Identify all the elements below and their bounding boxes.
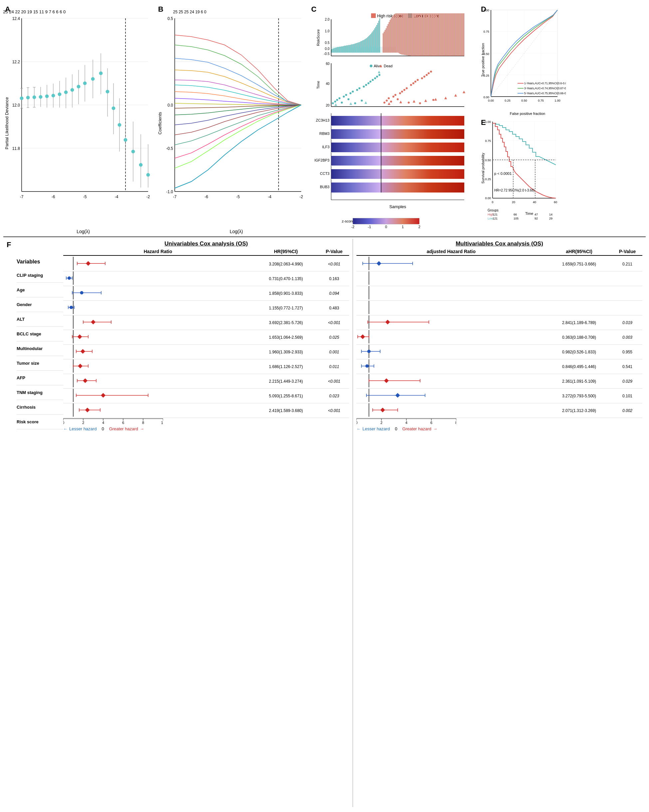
univar-title: Univariables Cox analysis (OS) <box>63 239 349 247</box>
svg-point-58 <box>91 77 94 81</box>
panel-a-top-nums: 25 25 25 25 25 25 25 25 24 22 20 19 15 1… <box>3 9 66 14</box>
svg-rect-178 <box>398 13 398 53</box>
panel-b: B Coefficients Log(λ) 25 25 25 24 19 6 0… <box>157 3 309 237</box>
svg-marker-304 <box>388 102 390 105</box>
svg-rect-201 <box>421 13 421 56</box>
svg-rect-208 <box>428 13 428 56</box>
svg-text:60: 60 <box>326 62 330 66</box>
svg-point-260 <box>343 96 345 98</box>
variables-col: Variables CLIP stagingAgeGenderALTBCLC s… <box>17 239 63 807</box>
svg-marker-438 <box>91 320 96 324</box>
panel-c: C High risk score Low risk score 2.0 1.0… <box>309 3 479 237</box>
panel-c-label: C <box>311 5 317 14</box>
svg-point-267 <box>358 87 360 89</box>
svg-rect-141 <box>358 42 359 53</box>
panel-e-svg: Survival probability Time <box>479 117 566 237</box>
svg-rect-324 <box>381 129 464 139</box>
svg-rect-210 <box>430 13 430 56</box>
svg-marker-418 <box>86 261 90 266</box>
svg-point-292 <box>408 102 410 104</box>
multivar-row-cirrhosis: 3.272(0.793-5.500)0.101 <box>356 389 642 403</box>
svg-text:4: 4 <box>405 421 407 425</box>
svg-text:0.25: 0.25 <box>504 99 510 102</box>
multivar-section: Multivariables Cox analysis (OS) adjuste… <box>356 239 642 807</box>
svg-point-43 <box>58 93 61 96</box>
svg-point-55 <box>83 82 87 85</box>
svg-rect-183 <box>403 13 404 55</box>
svg-rect-175 <box>395 14 395 53</box>
svg-rect-115 <box>332 49 333 53</box>
svg-rect-203 <box>423 13 424 56</box>
svg-text:-0.5: -0.5 <box>166 146 173 151</box>
svg-marker-514 <box>384 379 389 383</box>
svg-rect-231 <box>451 13 451 56</box>
svg-point-423 <box>67 276 71 280</box>
univar-row-bclc-stage: 3.692(2.381-5.726)<0.001 <box>63 315 349 330</box>
svg-rect-220 <box>440 13 440 56</box>
svg-text:ZC3H13: ZC3H13 <box>316 118 329 122</box>
svg-point-433 <box>70 306 73 309</box>
svg-rect-150 <box>367 37 368 53</box>
svg-rect-177 <box>397 13 398 53</box>
svg-point-46 <box>64 91 67 94</box>
svg-rect-146 <box>363 40 364 53</box>
svg-point-300 <box>426 74 428 76</box>
svg-text:0.50: 0.50 <box>485 159 491 162</box>
svg-rect-195 <box>415 13 415 56</box>
svg-point-76 <box>131 150 135 153</box>
svg-point-37 <box>45 95 49 98</box>
panel-d-plot: 0.00 0.25 0.50 0.75 1.00 0.00 0.25 0.50 … <box>483 9 566 102</box>
svg-rect-123 <box>340 47 341 53</box>
svg-text:5-Years,AUC=0.75,95%CI(0.66-0.: 5-Years,AUC=0.75,95%CI(0.66-0.84) <box>524 92 566 95</box>
svg-rect-235 <box>455 13 455 56</box>
svg-point-264 <box>352 91 354 93</box>
multivar-hrci-header: aHR(95%CI) <box>546 249 612 254</box>
svg-point-273 <box>372 79 374 81</box>
multivar-hr-header: adjusted Hazard Ratio <box>356 249 546 254</box>
panel-e-plot: 1.00 0.75 0.50 0.25 0.00 0 20 40 60 <box>485 120 557 220</box>
svg-text:-5: -5 <box>83 194 87 199</box>
univar-row-multinodular: 1.653(1.064-2.569)0.025 <box>63 330 349 345</box>
svg-point-67 <box>112 107 115 110</box>
svg-point-70 <box>118 123 121 127</box>
svg-point-284 <box>390 101 392 102</box>
svg-text:HR=2.72 95CI%(2.0 t-3.68): HR=2.72 95CI%(2.0 t-3.68) <box>494 189 535 192</box>
svg-rect-327 <box>331 156 381 166</box>
svg-rect-131 <box>349 45 349 53</box>
svg-point-265 <box>354 102 356 104</box>
multivar-row-multinodular: 0.363(0.188-0.708)0.003 <box>356 330 642 345</box>
svg-text:14: 14 <box>549 213 553 216</box>
univar-lesser-arrow: ← <box>63 426 67 431</box>
panel-b-label: B <box>158 5 163 14</box>
multivar-row-risk-score: 2.071(1.312-3.269)0.002 <box>356 403 642 418</box>
svg-rect-227 <box>446 13 447 56</box>
var-rows-container: CLIP stagingAgeGenderALTBCLC stageMultin… <box>17 268 63 429</box>
svg-text:-7: -7 <box>20 194 24 199</box>
svg-rect-217 <box>437 13 437 56</box>
var-label-tnm-staging: TNM staging <box>17 385 63 400</box>
svg-text:RiskScore: RiskScore <box>316 29 320 46</box>
svg-text:47: 47 <box>535 213 538 216</box>
svg-rect-182 <box>402 13 402 55</box>
panel-c-colorbar: z-score -2 -1 0 1 2 <box>342 218 420 229</box>
svg-point-266 <box>356 89 358 91</box>
univar-rows: 3.208(2.063-4.990)<0.001 0.731(0.470-1.1… <box>63 257 349 425</box>
svg-text:0.00: 0.00 <box>485 197 491 200</box>
svg-rect-165 <box>385 30 385 53</box>
var-label-bclc-stage: BCLC stage <box>17 327 63 341</box>
svg-rect-196 <box>416 13 416 56</box>
svg-text:2: 2 <box>418 225 420 229</box>
multivar-row-age <box>356 272 642 286</box>
svg-text:3-Years,AUC=0.74,95%CI(0.67-0.: 3-Years,AUC=0.74,95%CI(0.67-0.81) <box>524 87 566 90</box>
svg-point-263 <box>349 92 352 94</box>
univar-row-tumor-size: 1.960(1.309-2.933)0.001 <box>63 345 349 359</box>
svg-rect-218 <box>438 13 438 56</box>
svg-text:0.50: 0.50 <box>521 99 527 102</box>
svg-text:25 25 25 24 19 6 0: 25 25 25 24 19 6 0 <box>173 10 206 14</box>
panel-a-points <box>20 53 150 188</box>
svg-text:0.75: 0.75 <box>483 30 489 33</box>
svg-rect-205 <box>425 13 425 56</box>
svg-rect-135 <box>352 44 353 53</box>
svg-marker-453 <box>78 364 82 368</box>
svg-rect-234 <box>454 13 454 56</box>
